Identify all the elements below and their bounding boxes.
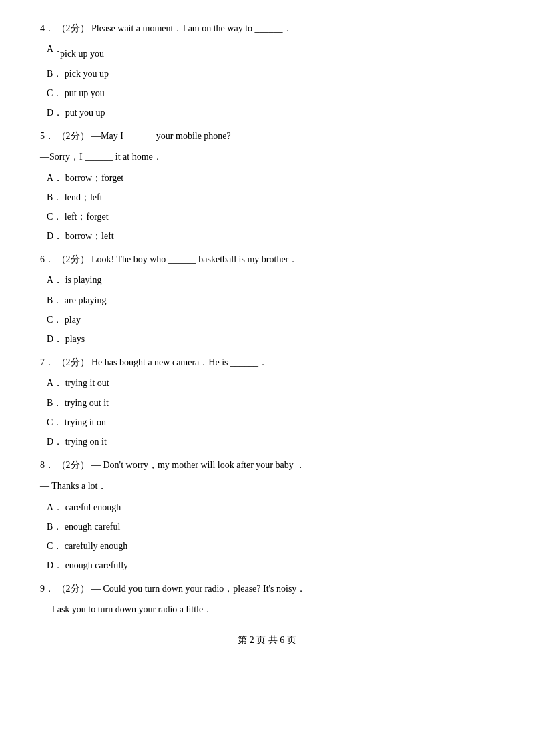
q6-points: （2分） xyxy=(57,254,89,264)
q4-text: Please wait a moment．I am on the way to … xyxy=(91,23,292,33)
q7-option-a: A． trying it out xyxy=(40,375,494,391)
question-6: 6． （2分） Look! The boy who ______ basketb… xyxy=(40,251,494,347)
page-footer: 第 2 页 共 6 页 xyxy=(40,632,494,648)
q4-number: 4． xyxy=(40,23,54,33)
q7-option-b: B． trying out it xyxy=(40,395,494,411)
q8-number: 8． xyxy=(40,460,54,470)
q8-option-b: B． enough careful xyxy=(40,518,494,535)
q8-text: — Don't worry，my mother will look after … xyxy=(91,460,305,470)
q5-points: （2分） xyxy=(57,131,89,141)
question-8: 8． （2分） — Don't worry，my mother will loo… xyxy=(40,457,494,574)
q4-option-b: B． pick you up xyxy=(40,65,494,82)
question-7: 7． （2分） He has bought a new camera．He is… xyxy=(40,354,494,450)
q9-number: 9． xyxy=(40,584,54,594)
q6-number: 6． xyxy=(40,254,54,264)
q7-option-c: C． trying it on xyxy=(40,414,494,431)
q4-option-d: D． put you up xyxy=(40,104,494,121)
q7-points: （2分） xyxy=(57,357,89,367)
q6-text: Look! The boy who ______ basketball is m… xyxy=(91,254,298,264)
q4-title: 4． （2分） Please wait a moment．I am on the… xyxy=(40,20,494,37)
q7-title: 7． （2分） He has bought a new camera．He is… xyxy=(40,354,494,371)
question-4: 4． （2分） Please wait a moment．I am on the… xyxy=(40,20,494,121)
q8-title: 8． （2分） — Don't worry，my mother will loo… xyxy=(40,457,494,474)
q5-option-a: A． borrow；forget xyxy=(40,170,494,186)
q8-option-d: D． enough carefully xyxy=(40,557,494,574)
q5-option-c: C． left；forget xyxy=(40,208,494,225)
q5-text: —May I ______ your mobile phone? xyxy=(91,131,231,141)
q9-text: — Could you turn down your radio，please?… xyxy=(91,584,306,594)
q6-option-d: D． plays xyxy=(40,331,494,347)
q4-option-c: C． put up you xyxy=(40,85,494,102)
q8-points: （2分） xyxy=(57,460,89,470)
q4-option-a-text: pick up you xyxy=(40,45,494,62)
q8-option-c: C． carefully enough xyxy=(40,538,494,554)
q6-option-a: A． is playing xyxy=(40,272,494,289)
q4-points: （2分） xyxy=(57,23,89,33)
q9-subtext: — I ask you to turn down your radio a li… xyxy=(40,601,494,618)
q5-number: 5． xyxy=(40,131,54,141)
q8-subtext: — Thanks a lot． xyxy=(40,478,494,494)
question-9: 9． （2分） — Could you turn down your radio… xyxy=(40,580,494,618)
q7-number: 7． xyxy=(40,357,54,367)
q9-points: （2分） xyxy=(57,584,89,594)
q5-title: 5． （2分） —May I ______ your mobile phone? xyxy=(40,128,494,144)
question-5: 5． （2分） —May I ______ your mobile phone?… xyxy=(40,128,494,244)
q6-title: 6． （2分） Look! The boy who ______ basketb… xyxy=(40,251,494,268)
q6-option-c: C． play xyxy=(40,311,494,328)
q9-title: 9． （2分） — Could you turn down your radio… xyxy=(40,580,494,597)
q5-option-b: B． lend；left xyxy=(40,189,494,206)
q5-option-d: D． borrow；left xyxy=(40,228,494,244)
q7-text: He has bought a new camera．He is ______． xyxy=(91,357,268,367)
q7-option-d: D． trying on it xyxy=(40,433,494,450)
q5-subtext: —Sorry，I ______ it at home． xyxy=(40,148,494,165)
q6-option-b: B． are playing xyxy=(40,292,494,309)
footer-text: 第 2 页 共 6 页 xyxy=(238,635,296,645)
q8-option-a: A． careful enough xyxy=(40,499,494,516)
page-content: 4． （2分） Please wait a moment．I am on the… xyxy=(40,20,494,648)
